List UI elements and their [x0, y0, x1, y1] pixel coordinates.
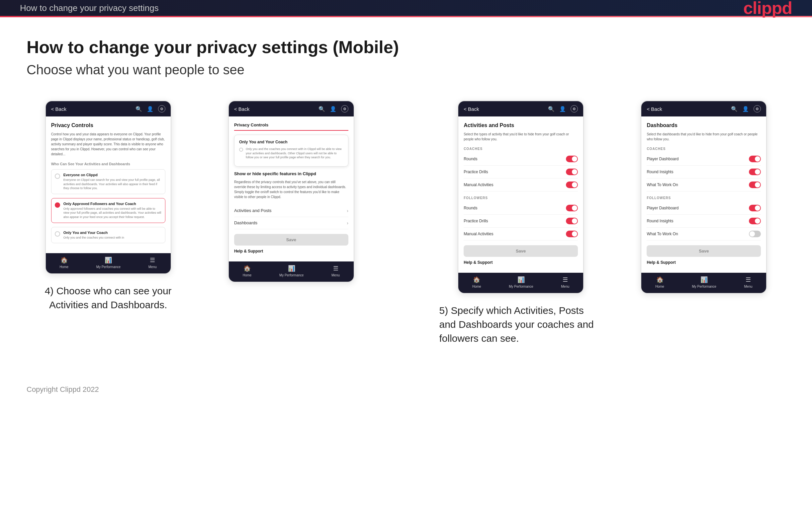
- coaches-rounds-toggle[interactable]: [566, 156, 578, 162]
- mockup-2-header: < Back 🔍 👤 ⚙: [229, 101, 354, 116]
- person-icon-2[interactable]: 👤: [330, 106, 337, 112]
- followers-what-to-work-row: What To Work On: [647, 228, 761, 240]
- option-everyone[interactable]: Everyone on Clippd Everyone on Clippd ca…: [51, 169, 165, 194]
- page-title: How to change your privacy settings (Mob…: [27, 37, 785, 57]
- followers-round-insights-label: Round Insights: [647, 219, 673, 223]
- coaches-what-to-work-toggle[interactable]: [749, 181, 761, 188]
- screenshot-group-2: < Back 🔍 👤 ⚙ Privacy Controls Only You a…: [210, 101, 373, 282]
- coaches-round-insights-toggle[interactable]: [749, 169, 761, 175]
- followers-rounds-label: Rounds: [464, 206, 477, 210]
- save-button-4[interactable]: Save: [647, 245, 761, 257]
- caption-1: 4) Choose who can see your Activities an…: [29, 284, 188, 312]
- who-can-see-label: Who Can See Your Activities and Dashboar…: [51, 162, 165, 166]
- performance-label-1: My Performance: [96, 265, 120, 269]
- breadcrumb: How to change your privacy settings: [20, 3, 159, 13]
- menu-label-2: Menu: [332, 273, 340, 277]
- followers-drills-label: Practice Drills: [464, 219, 488, 223]
- help-support-label-4: Help & Support: [647, 257, 761, 267]
- nav-home-1[interactable]: 🏠 Home: [59, 257, 68, 269]
- search-icon-4[interactable]: 🔍: [731, 106, 738, 112]
- back-button-3[interactable]: < Back: [464, 106, 479, 112]
- coaches-player-dashboard-toggle[interactable]: [749, 156, 761, 162]
- nav-performance-4[interactable]: 📊 My Performance: [692, 276, 716, 288]
- mockup-4-header: < Back 🔍 👤 ⚙: [641, 101, 766, 116]
- option-approved-followers[interactable]: Only Approved Followers and Your Coach O…: [51, 198, 165, 223]
- privacy-tab-label[interactable]: Privacy Controls: [234, 122, 268, 127]
- followers-round-insights-toggle[interactable]: [749, 218, 761, 224]
- nav-menu-3[interactable]: ☰ Menu: [561, 276, 569, 288]
- option-you-coach[interactable]: Only You and Your Coach Only you and the…: [51, 227, 165, 243]
- logo: clippd: [743, 0, 792, 18]
- search-icon-3[interactable]: 🔍: [548, 106, 555, 112]
- nav-menu-4[interactable]: ☰ Menu: [744, 276, 753, 288]
- back-button-2[interactable]: < Back: [234, 106, 249, 112]
- header-icons-1: 🔍 👤 ⚙: [136, 105, 165, 112]
- coaches-manual-toggle[interactable]: [566, 181, 578, 188]
- dashboards-chevron-icon: ›: [347, 220, 348, 226]
- nav-menu-2[interactable]: ☰ Menu: [332, 265, 340, 277]
- performance-label-2: My Performance: [279, 273, 304, 277]
- nav-performance-3[interactable]: 📊 My Performance: [509, 276, 533, 288]
- performance-label-3: My Performance: [509, 285, 533, 288]
- header-icons-4: 🔍 👤 ⚙: [731, 105, 761, 112]
- back-button-1[interactable]: < Back: [51, 106, 66, 112]
- menu-icon-4: ☰: [746, 276, 751, 283]
- search-icon-2[interactable]: 🔍: [318, 106, 325, 112]
- nav-home-4[interactable]: 🏠 Home: [655, 276, 664, 288]
- callout-desc: Only you and the coaches you connect wit…: [246, 147, 343, 160]
- mockup-1-header: < Back 🔍 👤 ⚙: [46, 101, 171, 116]
- settings-icon-4[interactable]: ⚙: [754, 105, 761, 112]
- option-everyone-title: Everyone on Clippd: [63, 173, 162, 177]
- coaches-drills-toggle[interactable]: [566, 169, 578, 175]
- home-label-4: Home: [655, 285, 664, 288]
- search-icon[interactable]: 🔍: [136, 106, 142, 112]
- followers-player-dashboard-toggle[interactable]: [749, 205, 761, 211]
- dashboards-desc-4: Select the dashboards that you'd like to…: [647, 132, 761, 142]
- nav-home-3[interactable]: 🏠 Home: [472, 276, 481, 288]
- coaches-round-insights-label: Round Insights: [647, 170, 673, 174]
- menu-label-1: Menu: [148, 265, 157, 269]
- settings-icon-3[interactable]: ⚙: [570, 105, 578, 112]
- person-icon-4[interactable]: 👤: [742, 106, 749, 112]
- main-content: How to change your privacy settings (Mob…: [0, 17, 812, 372]
- chart-icon-1: 📊: [105, 257, 112, 264]
- settings-icon[interactable]: ⚙: [158, 105, 165, 112]
- mockup-4-body: Dashboards Select the dashboards that yo…: [641, 116, 766, 273]
- nav-home-2[interactable]: 🏠 Home: [243, 265, 252, 277]
- home-icon-3: 🏠: [473, 276, 480, 283]
- coaches-manual-label: Manual Activities: [464, 182, 493, 187]
- radio-dot-approved: [55, 203, 60, 208]
- show-hide-title: Show or hide specific features in Clippd: [234, 171, 348, 176]
- dashboards-label: Dashboards: [234, 220, 257, 225]
- help-support-label-3: Help & Support: [464, 257, 578, 267]
- home-label-1: Home: [59, 265, 68, 269]
- show-hide-desc: Regardless of the privacy controls that …: [234, 179, 348, 200]
- followers-what-to-work-toggle[interactable]: [749, 231, 761, 237]
- chart-icon-4: 📊: [700, 276, 708, 283]
- home-label-2: Home: [243, 273, 252, 277]
- home-icon-2: 🏠: [244, 265, 251, 272]
- nav-menu-1[interactable]: ☰ Menu: [148, 257, 157, 269]
- option-approved-desc: Only approved followers and coaches you …: [63, 207, 162, 219]
- nav-performance-2[interactable]: 📊 My Performance: [279, 265, 304, 277]
- coaches-drills-label: Practice Drills: [464, 170, 488, 174]
- screenshots-row: < Back 🔍 👤 ⚙ Privacy Controls Control ho…: [27, 101, 785, 345]
- caption-3: 5) Specify which Activities, Posts and D…: [439, 303, 602, 345]
- save-button-2[interactable]: Save: [234, 234, 348, 245]
- activities-posts-row[interactable]: Activities and Posts ›: [234, 205, 348, 217]
- privacy-tab-bar: Privacy Controls: [234, 122, 348, 131]
- save-button-3[interactable]: Save: [464, 245, 578, 257]
- screenshot-group-4: < Back 🔍 👤 ⚙ Dashboards Select the dashb…: [622, 101, 785, 294]
- settings-icon-2[interactable]: ⚙: [341, 105, 348, 112]
- back-button-4[interactable]: < Back: [647, 106, 662, 112]
- person-icon[interactable]: 👤: [147, 106, 153, 112]
- followers-drills-toggle[interactable]: [566, 218, 578, 224]
- person-icon-3[interactable]: 👤: [559, 106, 566, 112]
- dashboards-row[interactable]: Dashboards ›: [234, 217, 348, 229]
- nav-performance-1[interactable]: 📊 My Performance: [96, 257, 120, 269]
- dashboards-title-4: Dashboards: [647, 122, 761, 128]
- followers-what-to-work-label: What To Work On: [647, 232, 678, 236]
- chart-icon-3: 📊: [517, 276, 525, 283]
- followers-manual-toggle[interactable]: [566, 231, 578, 237]
- followers-rounds-toggle[interactable]: [566, 205, 578, 211]
